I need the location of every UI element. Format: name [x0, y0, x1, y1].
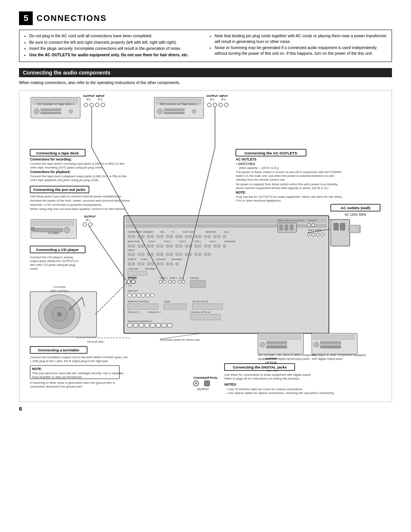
svg-rect-205: [162, 323, 166, 327]
svg-point-171: [128, 293, 132, 297]
svg-rect-210: [284, 224, 288, 230]
svg-rect-193: [192, 303, 223, 309]
svg-text:OUTPUT: OUTPUT: [207, 94, 218, 98]
svg-point-129: [128, 253, 131, 256]
svg-point-18: [192, 110, 196, 113]
svg-point-141: [185, 253, 188, 256]
svg-point-126: [217, 245, 220, 248]
svg-point-181: [168, 280, 171, 283]
svg-point-136: [160, 253, 163, 256]
svg-text:MD recorder or Tape deck 2: MD recorder or Tape deck 2: [160, 102, 198, 106]
svg-text:PRE-OUT: PRE-OUT: [128, 289, 138, 292]
svg-rect-261: [260, 335, 301, 339]
svg-point-91: [185, 235, 188, 238]
svg-point-167: [127, 280, 131, 284]
svg-point-138: [170, 253, 173, 256]
svg-text:NOTES:: NOTES:: [225, 383, 237, 386]
svg-text:this unit's CD jacks using pin: this unit's CD jacks using pin plug: [30, 263, 75, 267]
svg-text:COAXIAL   OPTICAL: COAXIAL OPTICAL: [190, 311, 211, 313]
svg-point-185: [182, 280, 185, 283]
svg-text:R  L: R L: [87, 98, 91, 101]
svg-text:CD: CD: [179, 277, 182, 279]
svg-point-230: [89, 222, 92, 226]
svg-text:MULTI DVB: MULTI DVB: [128, 240, 140, 243]
cd-digital-device: [312, 333, 357, 354]
warning-right: Note that binding pin plug cords togethe…: [209, 33, 387, 59]
section-header: 5 CONNECTIONS: [19, 11, 392, 25]
svg-point-135: [156, 253, 159, 256]
cd-player-device: CD player: [31, 219, 76, 238]
svg-text:PHONO: PHONO: [128, 276, 137, 279]
svg-rect-202: [145, 323, 149, 327]
svg-text:Connections for recording:: Connections for recording:: [30, 157, 72, 161]
svg-rect-200: [133, 323, 138, 327]
svg-text:unit's tape recording (OUT) ja: unit's tape recording (OUT) jacks using …: [30, 165, 103, 169]
svg-text:No power is supplied from thes: No power is supplied from these outlets …: [236, 183, 338, 186]
svg-rect-270: [314, 335, 355, 339]
svg-text:with digital output jacks: with digital output jacks: [311, 357, 343, 360]
svg-point-27: [213, 103, 217, 107]
md-recorder-device: [258, 333, 304, 354]
svg-text:D.BS / SAT: D.BS / SAT: [183, 231, 194, 233]
svg-text:ELS: ELS: [225, 231, 229, 233]
svg-point-26: [207, 103, 211, 107]
svg-rect-66: [349, 225, 360, 233]
svg-rect-272: [320, 341, 341, 345]
svg-point-2: [34, 109, 39, 114]
svg-point-216: [307, 233, 310, 236]
svg-point-121: [194, 245, 198, 248]
svg-point-83: [147, 235, 150, 238]
svg-text:PHONO: PHONO: [308, 219, 316, 222]
svg-point-99: [223, 235, 226, 238]
svg-point-14: [101, 103, 105, 107]
svg-point-122: [198, 245, 201, 248]
svg-text:R  L: R L: [86, 218, 91, 222]
svg-point-95: [204, 235, 207, 238]
intro-text: When making connections, also refer to t…: [19, 80, 392, 85]
svg-text:VIDEO: VIDEO: [128, 249, 135, 251]
svg-point-156: [151, 262, 154, 265]
svg-rect-4: [40, 108, 61, 111]
svg-text:Connections for playback:: Connections for playback:: [30, 170, 70, 174]
svg-point-159: [166, 262, 169, 265]
svg-point-262: [260, 342, 265, 347]
svg-point-80: [132, 235, 135, 238]
svg-point-29: [225, 103, 228, 107]
svg-point-168: [131, 280, 135, 284]
warning-item-3: Insert the plugs securely. Incomplete co…: [29, 46, 202, 51]
svg-point-146: [208, 253, 211, 256]
svg-text:OUTPUT: OUTPUT: [83, 94, 95, 98]
svg-text:VCR-2: VCR-2: [164, 240, 171, 243]
svg-rect-222: [33, 221, 74, 226]
svg-point-115: [166, 245, 169, 248]
svg-point-11: [84, 103, 88, 107]
svg-point-179: [159, 280, 162, 283]
svg-point-110: [141, 245, 144, 248]
svg-point-109: [137, 245, 140, 248]
svg-rect-165: [139, 271, 147, 276]
svg-point-224: [64, 227, 70, 233]
svg-text:MONITOR: MONITOR: [206, 231, 217, 233]
warning-right-list: Note that binding pin plug cords togethe…: [209, 33, 387, 56]
svg-rect-211: [290, 224, 293, 230]
svg-text:standby from the remote contro: standby from the remote control unit.: [236, 178, 285, 181]
svg-point-88: [170, 235, 173, 238]
svg-rect-191: [164, 303, 186, 309]
svg-text:SAT B1  SAT B2: SAT B1 SAT B2: [192, 300, 208, 302]
svg-point-130: [132, 253, 135, 256]
svg-point-94: [198, 235, 201, 238]
svg-text:COAXIAL: COAXIAL: [193, 376, 206, 380]
svg-point-85: [156, 235, 159, 238]
svg-rect-201: [139, 323, 143, 327]
svg-point-3: [69, 110, 73, 113]
svg-line-295: [89, 226, 126, 280]
svg-text:Connecting a tape deck: Connecting a tape deck: [36, 151, 79, 155]
svg-point-107: [128, 245, 131, 248]
page-number: 6: [19, 406, 392, 412]
svg-rect-189: [128, 303, 158, 309]
svg-point-114: [160, 245, 163, 248]
svg-rect-65: [340, 223, 345, 230]
svg-text:FM/VIDEO: FM/VIDEO: [171, 258, 182, 260]
svg-text:channels, or for connection to: channels, or for connection to powered l…: [30, 203, 102, 206]
svg-rect-197: [190, 314, 221, 320]
